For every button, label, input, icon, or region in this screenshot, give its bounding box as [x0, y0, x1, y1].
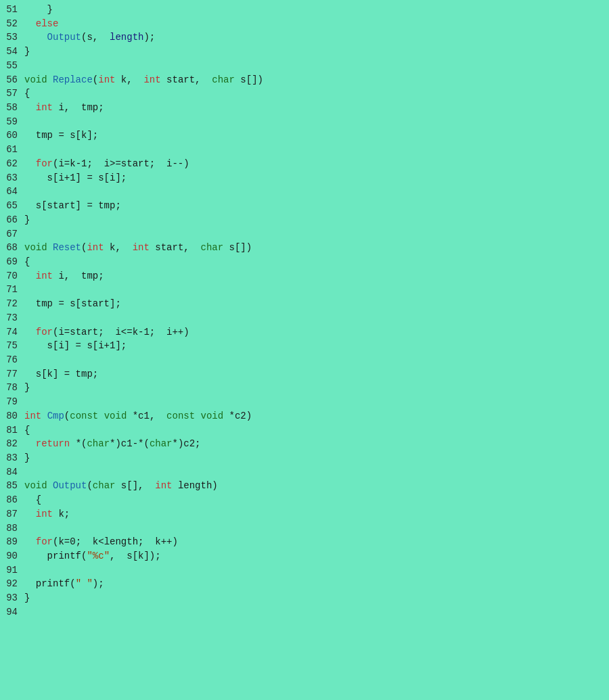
code-content: { — [24, 255, 30, 269]
table-row: 84 — [0, 465, 609, 480]
line-number: 81 — [0, 423, 24, 438]
line-number: 77 — [0, 367, 24, 381]
code-content: } — [24, 213, 30, 227]
table-row: 91 — [0, 563, 609, 578]
table-row: 81{ — [0, 423, 609, 438]
token-plain: } — [24, 46, 30, 57]
code-content — [24, 521, 30, 536]
code-content: void Reset(int k, int start, char s[]) — [24, 241, 252, 255]
table-row: 56void Replace(int k, int start, char s[… — [0, 73, 609, 87]
code-editor: 51 }52 else53 Output(s, length);54}55 56… — [0, 0, 609, 622]
token-plain — [24, 18, 36, 29]
table-row: 61 — [0, 143, 609, 157]
token-plain — [24, 158, 36, 169]
line-number: 58 — [0, 101, 24, 115]
code-content — [24, 353, 30, 367]
table-row: 65 s[start] = tmp; — [0, 199, 609, 213]
code-content: tmp = s[start]; — [24, 297, 121, 311]
token-kw-for: for — [36, 158, 53, 169]
token-func-name: Output — [47, 32, 81, 43]
token-func-name: Output — [53, 480, 87, 491]
line-number: 71 — [0, 283, 24, 297]
table-row: 88 — [0, 521, 609, 536]
line-number: 61 — [0, 143, 24, 157]
code-content: tmp = s[k]; — [24, 129, 98, 143]
line-number: 72 — [0, 297, 24, 311]
code-content: printf(" "); — [24, 577, 104, 591]
token-plain: start, — [150, 242, 201, 253]
token-plain — [24, 327, 36, 337]
code-content: Output(s, length); — [24, 30, 155, 45]
line-number: 89 — [0, 535, 24, 549]
token-kw-int: int — [36, 102, 53, 113]
token-plain: ( — [93, 74, 98, 85]
token-plain — [24, 271, 36, 281]
token-kw-int: int — [24, 411, 41, 421]
table-row: 54} — [0, 45, 609, 59]
code-content — [24, 563, 30, 578]
token-plain: tmp = s[start]; — [24, 298, 121, 309]
table-row: 93} — [0, 591, 609, 605]
line-number: 69 — [0, 255, 24, 269]
code-content: printf("%c", s[k]); — [24, 549, 161, 563]
token-plain: *c2) — [223, 411, 252, 421]
token-kw-int: int — [143, 74, 160, 85]
table-row: 71 — [0, 283, 609, 297]
token-plain — [24, 102, 36, 113]
line-number: 56 — [0, 73, 24, 87]
line-number: 76 — [0, 353, 24, 367]
code-content: } — [24, 381, 30, 395]
token-plain: { — [24, 88, 30, 99]
code-content: for(i=start; i<=k-1; i++) — [24, 325, 189, 340]
table-row: 59 — [0, 115, 609, 129]
token-plain: ); — [93, 578, 104, 589]
line-number: 74 — [0, 325, 24, 340]
token-plain: printf( — [24, 578, 76, 589]
code-content: s[k] = tmp; — [24, 367, 98, 381]
token-plain: printf( — [24, 551, 87, 561]
token-plain: i, tmp; — [53, 271, 104, 281]
token-kw-for: for — [36, 327, 53, 337]
code-content: { — [24, 87, 30, 101]
code-content: int i, tmp; — [24, 101, 104, 115]
code-content: s[start] = tmp; — [24, 199, 121, 213]
token-plain — [24, 438, 36, 449]
table-row: 86 { — [0, 493, 609, 507]
token-kw-void: void — [104, 411, 127, 421]
table-row: 51 } — [0, 3, 609, 17]
table-row: 58 int i, tmp; — [0, 101, 609, 115]
table-row: 80int Cmp(const void *c1, const void *c2… — [0, 409, 609, 423]
token-func-name: Replace — [53, 74, 93, 85]
token-plain: (i=start; i<=k-1; i++) — [53, 327, 189, 337]
token-kw-void: void — [24, 480, 47, 491]
token-kw-void: void — [24, 74, 47, 85]
token-kw-void: void — [201, 411, 224, 421]
line-number: 55 — [0, 59, 24, 73]
token-plain: *)c1-*( — [110, 438, 150, 449]
code-content — [24, 115, 30, 129]
line-number: 67 — [0, 227, 24, 241]
table-row: 77 s[k] = tmp; — [0, 367, 609, 381]
line-number: 59 — [0, 115, 24, 129]
code-content: int i, tmp; — [24, 269, 104, 283]
token-plain — [24, 536, 36, 547]
line-number: 84 — [0, 465, 24, 480]
line-number: 53 — [0, 30, 24, 45]
token-plain: { — [24, 494, 41, 505]
line-number: 63 — [0, 171, 24, 185]
token-plain: } — [24, 452, 30, 463]
token-plain: k, — [104, 242, 133, 253]
token-plain: s[start] = tmp; — [24, 200, 121, 211]
token-plain — [41, 411, 47, 421]
table-row: 60 tmp = s[k]; — [0, 129, 609, 143]
token-plain: ); — [143, 32, 155, 43]
line-number: 65 — [0, 199, 24, 213]
code-content: void Output(char s[], int length) — [24, 479, 218, 493]
token-param: length — [110, 32, 143, 43]
token-plain: s[i] = s[i+1]; — [24, 340, 127, 351]
code-content — [24, 605, 30, 620]
token-kw-int: int — [36, 509, 53, 519]
token-kw-char: char — [93, 480, 116, 491]
code-content: { — [24, 423, 30, 438]
line-number: 73 — [0, 311, 24, 325]
